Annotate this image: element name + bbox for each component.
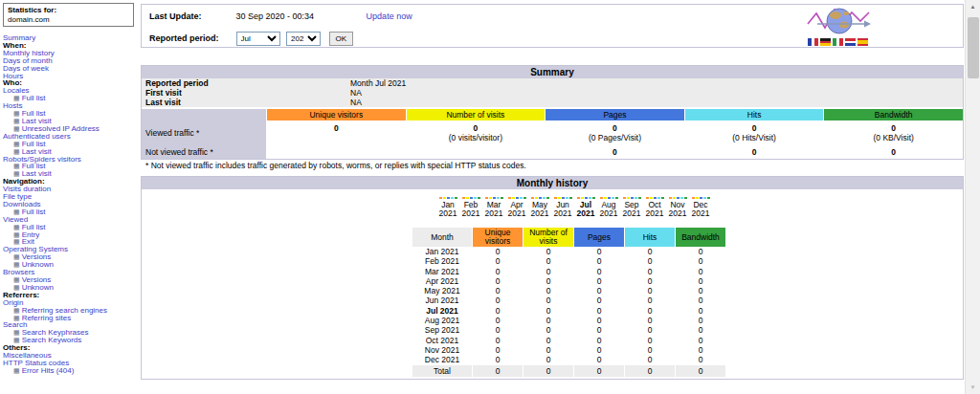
month-cell: Feb 2021 (412, 256, 472, 266)
monthly-history-section: Monthly history Jan2021Feb2021Mar2021Apr… (141, 176, 964, 380)
summary-section: Summary Reported periodMonth Jul 2021Fir… (141, 65, 964, 160)
year-select[interactable]: 2021 (286, 32, 321, 46)
flag-fr-icon[interactable] (808, 38, 818, 46)
update-now-link[interactable]: Update now (367, 11, 412, 21)
month-cell: May 2021 (412, 286, 472, 296)
last-update-row: Last Update: 30 Sep 2020 - 00:34 Update … (149, 11, 412, 21)
month-label: Nov2021 (666, 201, 689, 218)
monthly-row-nov-2021: Nov 202100000 (412, 345, 725, 355)
month-cell: Jan 2021 (412, 247, 472, 256)
month-bars (528, 196, 551, 199)
viewed-bandwidth-cell: 0(0 KB/Visit) (824, 120, 963, 145)
chart-month-may-2021: May2021 (528, 196, 551, 218)
bar-number-of-visits-icon (535, 197, 538, 199)
value-cell: 0 (473, 256, 523, 266)
flag-nl-icon[interactable] (845, 38, 856, 46)
info-label: First visit (142, 88, 350, 98)
list-icon: ▦ (13, 307, 20, 314)
value-cell: 0 (473, 336, 523, 345)
sidebar-item-hosts[interactable]: Hosts (3, 101, 22, 110)
value-cell: 0 (676, 355, 725, 364)
ok-button[interactable]: OK (329, 32, 354, 46)
value-cell: 0 (574, 286, 624, 296)
total-value-cell: 0 (523, 365, 573, 377)
bar-bandwidth-icon (707, 197, 710, 199)
flag-it-icon[interactable] (833, 38, 843, 46)
value-cell: 0 (676, 325, 725, 335)
value: 0 (685, 120, 824, 134)
sidebar-row-full-list: ▦Full list (3, 95, 140, 102)
monthly-col-number-of-visits: Number of visits (523, 228, 573, 247)
value-cell: 0 (676, 345, 725, 355)
vertical-scrollbar[interactable]: ▲ ▼ (965, 0, 980, 394)
not-viewed-traffic-row: Not viewed traffic *000 (142, 145, 963, 159)
value-cell: 0 (574, 345, 624, 355)
bar-unique-visitors-icon (554, 197, 557, 199)
sidebar-item-search-keywords[interactable]: Search Keywords (22, 336, 82, 344)
bar-number-of-visits-icon (627, 197, 630, 199)
monthly-row-may-2021: May 202100000 (412, 286, 725, 296)
monthly-row-oct-2021: Oct 202100000 (412, 336, 725, 345)
bar-bandwidth-icon (615, 197, 618, 199)
value-cell: 0 (676, 306, 725, 316)
month-cell: Oct 2021 (412, 336, 472, 345)
month-label: Dec2021 (689, 201, 712, 218)
value-cell: 0 (625, 336, 675, 345)
sidebar-item-referring-sites[interactable]: Referring sites (22, 314, 72, 322)
bar-hits-icon (497, 197, 500, 199)
month-label: Sep2021 (620, 201, 643, 218)
value: 0 (891, 147, 896, 157)
sidebar-item-origin[interactable]: Origin (3, 298, 23, 307)
bar-number-of-visits-icon (489, 197, 492, 199)
viewed-traffic-row: Viewed traffic *00(0 visits/visitor)0(0 … (142, 120, 963, 145)
value-cell: 0 (473, 267, 523, 276)
list-icon: ▦ (13, 253, 20, 260)
sidebar-item-error-hits-404[interactable]: Error Hits (404) (22, 366, 75, 375)
month-label: Aug2021 (597, 201, 620, 218)
value-cell: 0 (574, 276, 624, 286)
value-sub: (0 KB/Visit) (824, 134, 963, 142)
value-cell: 0 (523, 336, 573, 345)
value-cell: 0 (523, 247, 573, 256)
viewed-pages-cell: 0(0 Pages/Visit) (546, 120, 684, 145)
value-cell: 0 (574, 325, 624, 335)
monthly-row-sep-2021: Sep 202100000 (412, 325, 725, 335)
list-icon: ▦ (13, 329, 20, 336)
flag-es-icon[interactable] (858, 38, 868, 46)
bar-bandwidth-icon (592, 197, 595, 199)
month-select[interactable]: Jul (236, 32, 280, 46)
list-icon: ▦ (13, 276, 20, 283)
summary-col-bandwidth: Bandwidth (824, 109, 963, 120)
bar-bandwidth-icon (523, 197, 526, 199)
chart-month-nov-2021: Nov2021 (666, 196, 689, 218)
summary-info-row-reported-period: Reported periodMonth Jul 2021 (142, 78, 963, 88)
monthly-row-jan-2021: Jan 202100000 (412, 247, 725, 256)
sidebar-item-full-list[interactable]: Full list (22, 94, 46, 102)
list-icon: ▦ (13, 231, 20, 238)
scrollbar-down-arrow-icon[interactable]: ▼ (966, 381, 980, 394)
monthly-row-mar-2021: Mar 202100000 (412, 267, 725, 276)
viewed-unique-visitors-cell: 0 (267, 120, 406, 145)
last-update-label: Last Update: (149, 11, 234, 21)
scrollbar-up-arrow-icon[interactable]: ▲ (966, 0, 980, 14)
scrollbar-thumb[interactable] (968, 17, 979, 78)
flag-de-icon[interactable] (820, 38, 831, 46)
month-column-header: Month (412, 228, 472, 247)
bar-unique-visitors-icon (646, 197, 649, 199)
month-label: Jul2021 (574, 201, 597, 218)
bar-bandwidth-icon (638, 197, 641, 199)
value-cell: 0 (473, 316, 523, 325)
month-label: Jun2021 (551, 201, 574, 218)
value-cell: 0 (676, 267, 725, 276)
bar-pages-icon (562, 197, 565, 199)
bar-number-of-visits-icon (650, 197, 653, 199)
month-cell: Jun 2021 (412, 296, 472, 305)
bar-number-of-visits-icon (581, 197, 584, 199)
awstats-logo-icon (806, 5, 875, 39)
value-cell: 0 (574, 336, 624, 345)
bar-hits-icon (543, 197, 546, 199)
sidebar-row-error-hits-404: ▦Error Hits (404) (3, 367, 140, 375)
summary-metric-header: Unique visitorsNumber of visitsPagesHits… (142, 109, 963, 120)
sidebar-menu: SummaryWhen:Monthly historyDays of month… (3, 34, 140, 375)
bar-number-of-visits-icon (512, 197, 515, 199)
